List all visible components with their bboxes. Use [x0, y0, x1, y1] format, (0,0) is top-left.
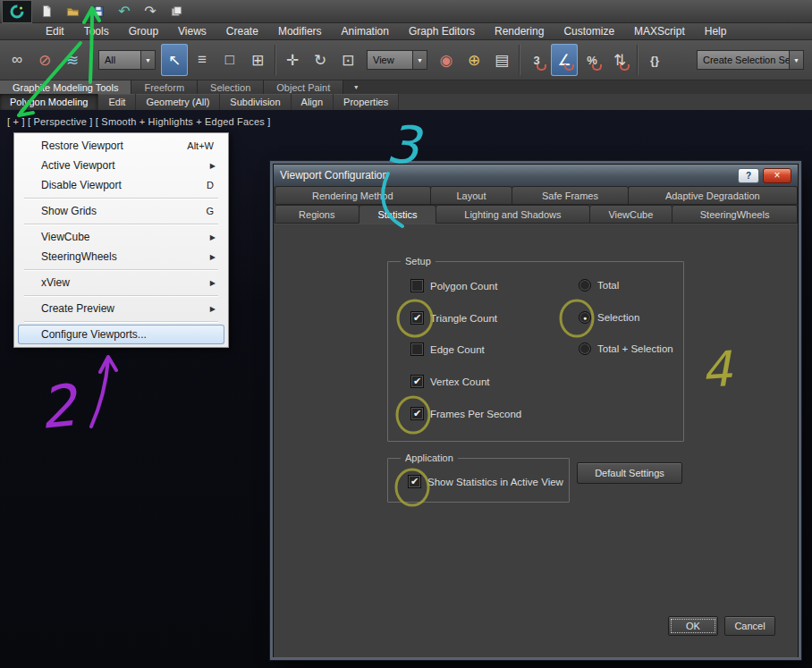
select-move-icon[interactable]: ✛ [279, 44, 306, 76]
checkbox-icon [410, 279, 424, 292]
tab-viewcube[interactable]: ViewCube [589, 205, 673, 224]
title-bar[interactable]: ↶ ↷ [0, 0, 812, 23]
polygon-count-checkbox[interactable]: Polygon Count [410, 279, 497, 292]
panel-align[interactable]: Align [292, 94, 334, 110]
tab-regions[interactable]: Regions [275, 205, 359, 224]
submenu-arrow-icon: ▶ [210, 279, 216, 287]
menu-item-show-grids[interactable]: Show Grids G [18, 201, 224, 221]
panel-subdivision[interactable]: Subdivision [220, 94, 291, 110]
menu-maxscript[interactable]: MAXScript [624, 23, 695, 39]
panel-edit[interactable]: Edit [98, 94, 136, 110]
new-file-icon[interactable] [35, 2, 58, 21]
menu-item-restore-viewport[interactable]: Restore Viewport Alt+W [18, 136, 224, 156]
angle-snap-icon[interactable]: ∠ [551, 44, 578, 76]
app-logo-icon[interactable] [2, 0, 32, 23]
main-toolbar: ∞ ⊘ ≋ All ▼ ↖ ≡ □ ⊞ ✛ ↻ ⊡ View ▼ ◉ ⊕ ▤ 3… [0, 40, 812, 80]
tab-freeform[interactable]: Freeform [131, 80, 198, 94]
select-rotate-icon[interactable]: ↻ [307, 44, 334, 76]
menu-tools[interactable]: Tools [74, 23, 119, 39]
redo-icon[interactable]: ↷ [139, 2, 162, 21]
open-file-icon[interactable] [61, 2, 84, 21]
menu-graph-editors[interactable]: Graph Editors [399, 23, 485, 39]
menu-group[interactable]: Group [119, 23, 168, 39]
tab-lighting-and-shadows[interactable]: Lighting and Shadows [436, 205, 589, 224]
select-object-icon[interactable]: ↖ [161, 44, 188, 76]
submenu-arrow-icon: ▶ [210, 305, 216, 313]
close-icon[interactable]: × [763, 168, 791, 183]
reference-coordinate-dropdown[interactable]: View ▼ [367, 50, 427, 70]
menu-item-active-viewport[interactable]: Active Viewport ▶ [18, 156, 224, 175]
spinner-snap-icon[interactable]: ⇅ [606, 44, 633, 76]
panel-properties[interactable]: Properties [334, 94, 399, 110]
checkbox-icon: ✔ [408, 475, 421, 488]
select-scale-icon[interactable]: ⊡ [334, 44, 361, 76]
submenu-arrow-icon: ▶ [210, 162, 216, 170]
menu-edit[interactable]: Edit [36, 23, 74, 39]
save-file-icon[interactable] [87, 2, 110, 21]
menu-separator [24, 295, 218, 296]
use-center-icon[interactable]: ◉ [433, 44, 460, 76]
select-by-name-icon[interactable]: ≡ [189, 44, 216, 76]
tab-statistics[interactable]: Statistics [359, 205, 437, 224]
checkbox-icon: ✔ [410, 407, 424, 420]
tab-safe-frames[interactable]: Safe Frames [512, 186, 628, 205]
menu-modifiers[interactable]: Modifiers [268, 23, 332, 39]
menu-create[interactable]: Create [216, 23, 268, 39]
submenu-arrow-icon: ▶ [210, 253, 216, 261]
menu-item-steeringwheels[interactable]: SteeringWheels ▶ [18, 247, 224, 266]
keyboard-override-icon[interactable]: ▤ [488, 44, 515, 76]
select-manipulate-icon[interactable]: ⊕ [461, 44, 487, 76]
menu-rendering[interactable]: Rendering [485, 23, 554, 39]
bind-to-spacewarp-icon[interactable]: ≋ [59, 44, 86, 76]
ribbon-minimize-icon[interactable]: ▾ [343, 80, 368, 94]
menu-item-create-preview[interactable]: Create Preview ▶ [18, 299, 224, 318]
cancel-button[interactable]: Cancel [724, 616, 775, 636]
menu-item-disable-viewport[interactable]: Disable Viewport D [18, 175, 224, 195]
snap-3d-icon[interactable]: 3 [523, 44, 550, 76]
edge-count-checkbox[interactable]: Edge Count [410, 342, 485, 356]
panel-geometry-all[interactable]: Geometry (All) [136, 94, 220, 110]
window-crossing-icon[interactable]: ⊞ [244, 44, 271, 76]
show-statistics-checkbox[interactable]: ✔ Show Statistics in Active View [408, 475, 563, 488]
panel-polygon-modeling[interactable]: Polygon Modeling [0, 94, 98, 110]
menu-customize[interactable]: Customize [554, 23, 624, 39]
percent-snap-icon[interactable]: % [579, 44, 605, 76]
select-and-link-icon[interactable]: ∞ [4, 44, 30, 76]
total-plus-selection-radio[interactable]: Total + Selection [579, 342, 673, 355]
menu-item-xview[interactable]: xView ▶ [18, 273, 224, 292]
named-sets-icon[interactable]: {} [641, 44, 668, 76]
selection-filter-dropdown[interactable]: All ▼ [98, 50, 156, 70]
tab-adaptive-degradation[interactable]: Adaptive Degradation [628, 186, 798, 205]
workspace-icon[interactable] [165, 2, 188, 21]
tab-layout[interactable]: Layout [430, 186, 513, 205]
dialog-title: Viewport Configuration [280, 169, 738, 182]
menu-item-viewcube[interactable]: ViewCube ▶ [18, 227, 224, 247]
menu-animation[interactable]: Animation [332, 23, 399, 39]
triangle-count-checkbox[interactable]: ✔ Triangle Count [410, 311, 497, 325]
tab-rendering-method[interactable]: Rendering Method [275, 186, 431, 205]
selection-region-icon[interactable]: □ [216, 44, 243, 76]
default-settings-button[interactable]: Default Settings [577, 462, 682, 484]
undo-icon[interactable]: ↶ [113, 2, 136, 21]
tab-steeringwheels[interactable]: SteeringWheels [672, 205, 798, 224]
tab-selection[interactable]: Selection [198, 80, 264, 94]
menu-views[interactable]: Views [168, 23, 216, 39]
setup-group-title: Setup [401, 256, 436, 266]
submenu-arrow-icon: ▶ [210, 233, 216, 241]
named-selection-set-combo[interactable]: Create Selection Se ▼ [697, 50, 804, 70]
ok-button[interactable]: OK [668, 616, 718, 636]
menu-separator [24, 198, 218, 199]
tab-object-paint[interactable]: Object Paint [264, 80, 343, 94]
selection-radio[interactable]: ● Selection [579, 311, 639, 324]
help-button[interactable]: ? [738, 168, 759, 183]
menu-item-configure-viewports[interactable]: Configure Viewports... [18, 325, 224, 344]
frames-per-second-checkbox[interactable]: ✔ Frames Per Second [410, 407, 521, 420]
menu-help[interactable]: Help [695, 23, 737, 39]
viewport-label[interactable]: [ + ] [ Perspective ] [ Smooth + Highlig… [7, 116, 271, 127]
tab-graphite-modeling-tools[interactable]: Graphite Modeling Tools [0, 80, 131, 94]
total-radio[interactable]: Total [579, 279, 619, 292]
vertex-count-checkbox[interactable]: ✔ Vertex Count [410, 375, 489, 388]
dialog-title-bar[interactable]: Viewport Configuration ? × [274, 165, 798, 186]
unlink-selection-icon[interactable]: ⊘ [31, 44, 58, 76]
ribbon-panel-bar: Polygon Modeling Edit Geometry (All) Sub… [0, 94, 812, 111]
